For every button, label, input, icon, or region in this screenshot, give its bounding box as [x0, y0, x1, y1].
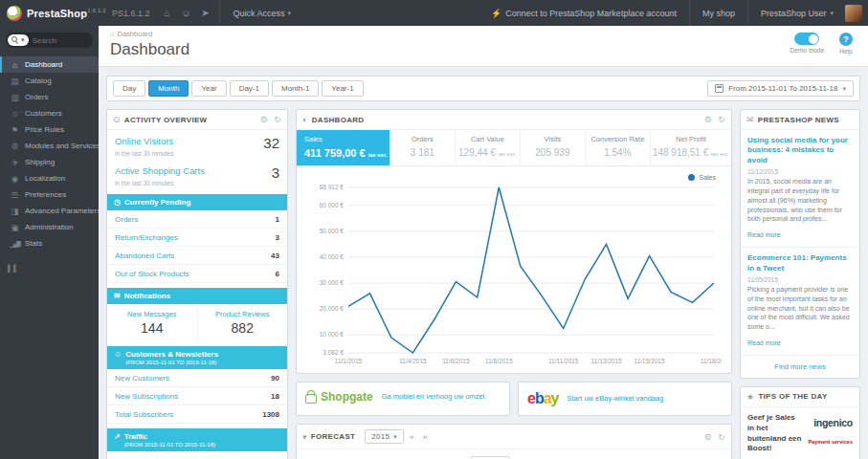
row-total-subscribers[interactable]: Total Subscribers 1308	[107, 405, 287, 424]
find-more-news-link[interactable]: Find more news	[741, 356, 859, 378]
date-range-toolbar: Day Month Year Day-1 Month-1 Year-1 From…	[106, 76, 860, 101]
sidebar-item-orders[interactable]: ▥ Orders	[0, 89, 99, 105]
read-more-link[interactable]: Read more	[747, 339, 781, 346]
gear-icon[interactable]: ⚙	[260, 115, 268, 124]
product-reviews-cell[interactable]: Product Reviews 882	[198, 304, 288, 341]
stats-icon: ▁▄▇	[10, 240, 20, 247]
kpi-net-profit[interactable]: Net Profit 148 918,51 € tax exc.	[651, 130, 731, 165]
range-button-month[interactable]: Month	[148, 80, 189, 97]
panel-tools: ⚙ ↻	[704, 432, 725, 442]
refresh-icon[interactable]: ↻	[718, 432, 725, 442]
range-button-day[interactable]: Day	[113, 80, 145, 97]
kpi-value: 129,44 € tax exc.	[457, 147, 518, 158]
sidebar-item-preferences[interactable]: ☰ Preferences	[0, 186, 99, 203]
sidebar-item-label: Price Rules	[25, 125, 64, 134]
tips-panel-title: TIPS OF THE DAY	[758, 392, 827, 401]
administration-icon: ▣	[10, 223, 20, 232]
kpi-orders[interactable]: Orders 3 181	[390, 130, 456, 165]
chart-legend[interactable]: Sales	[688, 174, 716, 181]
forecast-year-select[interactable]: 2015 ▾	[365, 429, 404, 444]
sidebar-item-price-rules[interactable]: ⚑ Price Rules	[0, 121, 99, 138]
kpi-visits[interactable]: Visits 205 939	[521, 130, 586, 165]
ebay-promo: ebay Start uw eBay-winkel vandaag	[519, 382, 731, 415]
online-visitors-label[interactable]: Online Visitors	[115, 136, 263, 146]
collapse-menu-icon[interactable]: ▌▌	[8, 265, 99, 272]
kpi-label: Conversion Rate	[588, 135, 648, 143]
shopgate-promo-link[interactable]: Ga mobiel en verhoog uw omzet	[382, 392, 485, 402]
range-button-month-1[interactable]: Month-1	[272, 80, 319, 97]
kpi-value-text: 1.54%	[604, 147, 631, 158]
rocket-icon[interactable]: ➤	[195, 8, 214, 18]
refresh-icon[interactable]: ↻	[718, 115, 725, 124]
kpi-row: Sales 411 759,00 € tax exc. Orders 3 181…	[297, 130, 731, 166]
prestashop-news-panel: ✉ PRESTASHOP NEWS Using social media for…	[740, 109, 860, 379]
mail-icon: ✉	[114, 292, 121, 300]
svg-text:40 000 €: 40 000 €	[320, 253, 345, 260]
google-analytics-link[interactable]: ∞ Link to your Google Analytics account	[107, 451, 287, 459]
demo-mode-toggle[interactable]	[794, 33, 819, 45]
forecast-legend: Traffic Conversion Average Cart Value	[297, 449, 731, 459]
news-article-title[interactable]: Ecommerce 101: Payments in a Tweet	[747, 253, 853, 273]
range-button-year-1[interactable]: Year-1	[322, 80, 363, 97]
active-carts-label[interactable]: Active Shopping Carts	[115, 165, 272, 176]
help-icon[interactable]: ?	[839, 33, 853, 46]
pending-row-returns[interactable]: Return/Exchanges 3	[107, 229, 287, 247]
row-label: Abandoned Carts	[115, 251, 271, 260]
forecast-next-button[interactable]: »	[420, 432, 429, 442]
pending-row-abandoned-carts[interactable]: Abandoned Carts 43	[107, 247, 287, 265]
sidebar-item-modules[interactable]: ⚙ Modules and Services	[0, 138, 99, 154]
dashboard-panel: ◐ DASHBOARD ⚙ ↻ Sales 411 759,00 € tax e…	[296, 109, 732, 374]
news-article-title[interactable]: Using social media for your business: 4 …	[747, 136, 853, 165]
sidebar-item-catalog[interactable]: ▤ Catalog	[0, 73, 99, 89]
row-new-subscriptions[interactable]: New Subscriptions 18	[107, 387, 287, 405]
search-input[interactable]	[33, 36, 82, 45]
range-button-day-1[interactable]: Day-1	[230, 80, 269, 97]
sidebar-item-dashboard[interactable]: ⌂ Dashboard	[0, 56, 99, 73]
quick-access-menu[interactable]: Quick Access ▾	[225, 0, 299, 26]
sidebar-item-stats[interactable]: ▁▄▇ Stats	[0, 235, 99, 251]
breadcrumb-label[interactable]: Dashboard	[118, 30, 153, 38]
gear-icon[interactable]: ⚙	[704, 115, 712, 124]
refresh-icon[interactable]: ↻	[274, 115, 281, 124]
date-range-picker[interactable]: From 2015-11-01 To 2015-11-18 ▾	[707, 80, 854, 97]
sidebar-item-advanced-parameters[interactable]: ◨ Advanced Parameters	[0, 203, 99, 219]
news-article-date: 11/05/2015	[747, 276, 853, 283]
tips-body: Geef je Sales in het buitenland een Boos…	[741, 407, 859, 459]
range-button-year[interactable]: Year	[191, 80, 226, 97]
row-value: 3	[276, 233, 279, 242]
read-more-link[interactable]: Read more	[747, 231, 781, 238]
online-visitors-value: 32	[263, 136, 279, 150]
my-shop-link[interactable]: My shop	[695, 0, 743, 26]
people-icon[interactable]: ☺	[176, 8, 195, 18]
gear-icon[interactable]: ⚙	[704, 432, 712, 442]
kpi-value-text: 148 918,51 €	[653, 147, 708, 158]
ebay-promo-link[interactable]: Start uw eBay-winkel vandaag	[568, 394, 664, 404]
new-messages-cell[interactable]: New Messages 144	[107, 304, 198, 341]
customers-newsletters-subtitle: (FROM 2015-11-01 TO 2015-11-18)	[125, 360, 218, 365]
marketplace-link[interactable]: ⚡ Connect to PrestaShop Marketplace acco…	[483, 0, 684, 26]
traffic-subtitle: (FROM 2015-11-01 TO 2015-11-18)	[124, 442, 215, 448]
forecast-prev-button[interactable]: «	[408, 432, 416, 442]
pending-row-orders[interactable]: Orders 1	[107, 210, 287, 229]
user-menu[interactable]: PrestaShop User ▾	[753, 0, 841, 26]
activity-panel-title: ACTIVITY OVERVIEW	[124, 116, 208, 124]
sidebar-item-localization[interactable]: ◉ Localization	[0, 170, 99, 186]
kpi-conversion-rate[interactable]: Conversion Rate 1.54%	[586, 130, 651, 165]
ebay-letter: a	[544, 390, 551, 406]
search-scope-button[interactable]: ▾	[8, 34, 29, 46]
pending-row-out-of-stock[interactable]: Out of Stock Products 6	[107, 265, 287, 283]
kpi-cart-value[interactable]: Cart Value 129,44 € tax exc.	[456, 130, 521, 165]
kpi-sales[interactable]: Sales 411 759,00 € tax exc.	[297, 130, 390, 165]
home-icon: ⌂	[110, 30, 115, 38]
sidebar-item-administration[interactable]: ▣ Administration	[0, 219, 99, 235]
chart-up-icon: ↗	[114, 432, 121, 441]
chevron-down-icon: ▾	[21, 36, 25, 44]
user-avatar[interactable]	[845, 5, 862, 22]
store-icon[interactable]: ⌂	[157, 8, 176, 18]
sidebar-item-label: Modules and Services	[25, 142, 99, 150]
sidebar-item-customers[interactable]: ☺ Customers	[0, 105, 99, 121]
row-new-customers[interactable]: New Customers 90	[107, 369, 287, 387]
sidebar-item-shipping[interactable]: ✈ Shipping	[0, 154, 99, 170]
row-value: 1308	[262, 410, 279, 419]
home-icon: ⌂	[10, 60, 20, 70]
